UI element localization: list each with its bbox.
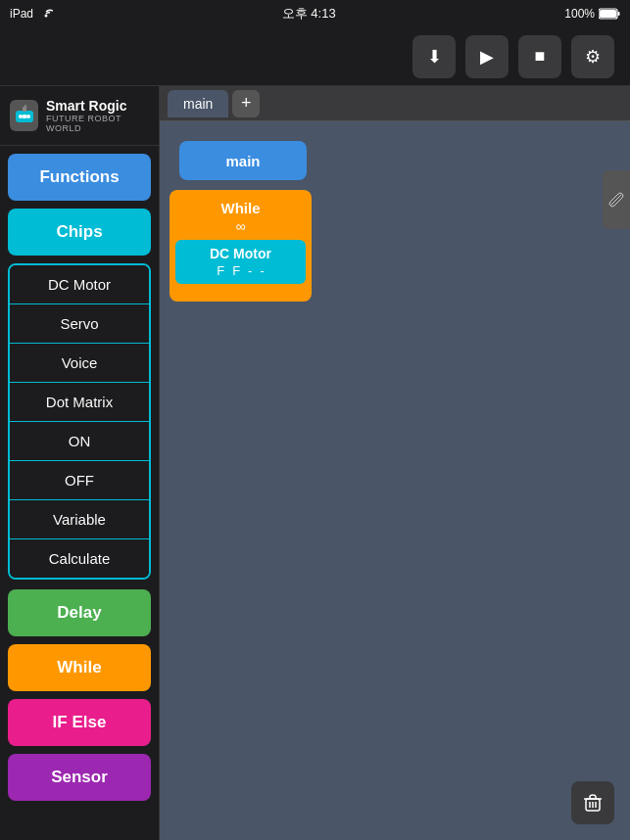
svg-point-5 [19,115,23,118]
time-display: 오후 4:13 [282,6,336,21]
delay-button[interactable]: Delay [8,589,151,636]
app-name: Smart Rogic [46,98,149,114]
sidebar-item-dot-matrix[interactable]: Dot Matrix [10,383,149,422]
while-block-footer [175,284,306,296]
sidebar-item-voice[interactable]: Voice [10,344,149,383]
svg-point-0 [45,15,48,18]
while-button[interactable]: While [8,644,151,691]
ifelse-button[interactable]: IF Else [8,699,151,746]
svg-point-6 [26,115,30,118]
dc-motor-param-1: F [217,263,224,278]
wrench-handle[interactable] [603,170,630,229]
app-subtitle: FUTURE ROBOT WORLD [46,114,149,133]
settings-button[interactable]: ⚙ [571,35,614,78]
tab-main[interactable]: main [168,90,228,117]
logo-area: Smart Rogic FUTURE ROBOT WORLD [0,86,159,146]
while-block-label: While [175,196,306,218]
sensor-button[interactable]: Sensor [8,754,151,801]
svg-rect-2 [600,10,616,18]
chips-button[interactable]: Chips [8,209,151,256]
sidebar-item-dc-motor[interactable]: DC Motor [10,265,149,304]
svg-rect-3 [618,12,620,16]
stop-button[interactable]: ■ [518,35,561,78]
dc-motor-title: DC Motor [185,246,296,261]
sidebar-item-on[interactable]: ON [10,422,149,461]
sidebar: Smart Rogic FUTURE ROBOT WORLD Functions… [0,86,160,840]
logo-text: Smart Rogic FUTURE ROBOT WORLD [46,98,149,133]
canvas-area[interactable]: main + main While ∞ DC Motor F F - [160,86,630,840]
tab-bar: main + [160,86,630,121]
device-label: iPad [10,7,33,21]
canvas-content: main While ∞ DC Motor F F - - [160,121,630,840]
main-block[interactable]: main [179,141,307,180]
battery-label: 100% [564,7,595,21]
sidebar-item-variable[interactable]: Variable [10,500,149,539]
download-button[interactable]: ⬇ [412,35,456,78]
while-block[interactable]: While ∞ DC Motor F F - - [170,190,312,302]
dc-motor-params: F F - - [185,263,296,278]
functions-button[interactable]: Functions [8,154,151,201]
svg-rect-7 [23,115,26,118]
trash-icon [582,792,604,814]
status-bar: iPad 오후 4:13 100% [0,0,630,27]
svg-rect-9 [24,105,26,108]
wrench-icon [608,192,624,208]
teal-items-group: DC Motor Servo Voice Dot Matrix ON OFF V… [8,263,151,580]
dc-motor-param-2: F [232,263,240,278]
app-logo-icon [10,100,38,131]
play-button[interactable]: ▶ [465,35,509,78]
trash-button[interactable] [571,781,614,824]
wifi-icon [39,9,53,19]
sidebar-item-servo[interactable]: Servo [10,304,149,344]
sidebar-item-calculate[interactable]: Calculate [10,539,149,578]
while-block-symbol: ∞ [175,218,306,238]
dc-motor-block[interactable]: DC Motor F F - - [175,240,306,284]
toolbar: ⬇ ▶ ■ ⚙ [0,27,630,86]
tab-add-button[interactable]: + [232,90,260,117]
battery-icon [599,8,620,20]
main-layout: Smart Rogic FUTURE ROBOT WORLD Functions… [0,86,630,840]
dc-motor-param-3: - [248,263,252,278]
sidebar-item-off[interactable]: OFF [10,461,149,500]
dc-motor-param-4: - [260,263,264,278]
